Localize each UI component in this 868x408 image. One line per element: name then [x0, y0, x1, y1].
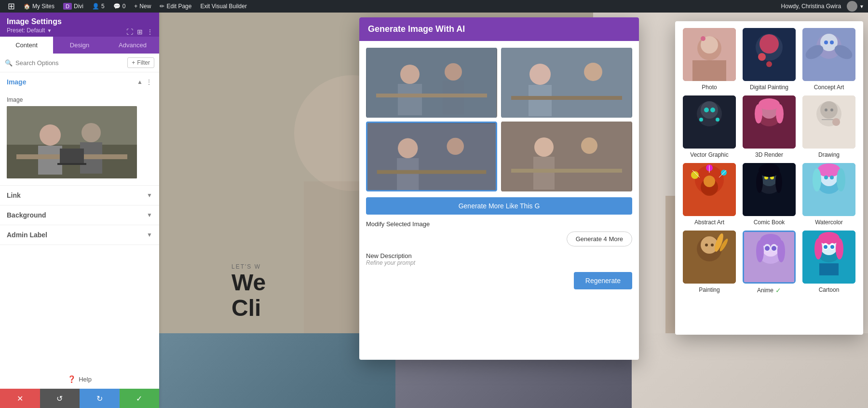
- style-cartoon-inner: [802, 231, 855, 284]
- counter-menu[interactable]: 👤 5: [88, 0, 108, 13]
- divi-menu[interactable]: D Divi: [59, 0, 87, 13]
- undo-button[interactable]: ↺: [40, 389, 80, 408]
- image-section-content: Image: [0, 92, 159, 185]
- section-image-icons: ▲ ⋮: [137, 78, 152, 86]
- grid-image-2-inner: [501, 48, 632, 118]
- svg-point-52: [766, 61, 772, 67]
- wp-logo[interactable]: ⊞: [4, 0, 19, 13]
- svg-rect-42: [511, 169, 622, 173]
- search-icon: 🔍: [5, 59, 13, 67]
- svg-rect-3: [38, 146, 62, 175]
- style-digital-painting-label: Digital Painting: [750, 84, 788, 91]
- svg-point-22: [445, 63, 462, 81]
- section-background-collapse-icon[interactable]: ▼: [147, 212, 152, 218]
- svg-point-38: [534, 137, 554, 157]
- left-sidebar: Image Settings Preset: Default ▼ ⛶ ⊞ ⋮ C…: [0, 13, 159, 408]
- svg-point-128: [836, 238, 843, 259]
- grid-image-3[interactable]: [366, 122, 497, 191]
- image-label: Image: [7, 96, 152, 103]
- style-item-anime[interactable]: Anime ✓: [742, 231, 797, 294]
- style-item-digital-painting[interactable]: Digital Painting: [742, 28, 797, 91]
- svg-point-71: [755, 104, 762, 123]
- svg-point-65: [699, 118, 703, 122]
- tab-content[interactable]: Content: [0, 37, 53, 54]
- style-item-3d-render[interactable]: 3D Render: [742, 95, 797, 158]
- section-background-header[interactable]: Background ▼: [0, 205, 159, 225]
- generate-more-button[interactable]: Generate More Like This G: [366, 197, 632, 215]
- tab-design[interactable]: Design: [53, 37, 106, 54]
- section-admin-label-header[interactable]: Admin Label ▼: [0, 225, 159, 245]
- style-item-concept-art[interactable]: Concept Art: [801, 28, 856, 91]
- sidebar-search: 🔍 + Filter: [0, 54, 159, 72]
- svg-point-97: [775, 172, 782, 193]
- fullscreen-icon[interactable]: ⛶: [126, 28, 133, 36]
- section-link-collapse-icon[interactable]: ▼: [147, 192, 152, 199]
- svg-point-62: [701, 101, 718, 119]
- regenerate-button[interactable]: Regenerate: [574, 272, 632, 289]
- style-image-watercolor: [802, 163, 855, 216]
- style-abstract-inner: [683, 163, 736, 216]
- svg-point-72: [776, 104, 784, 123]
- grid-image-1[interactable]: [366, 48, 497, 118]
- style-watercolor-inner: [802, 163, 855, 216]
- svg-rect-36: [377, 170, 487, 174]
- image-preview[interactable]: [7, 106, 137, 178]
- svg-point-70: [759, 98, 780, 110]
- preview-image: [7, 106, 137, 178]
- style-photo-label: Photo: [702, 84, 717, 91]
- style-concept-inner: [802, 28, 855, 81]
- split-view-icon[interactable]: ⊞: [137, 28, 143, 36]
- svg-point-75: [820, 101, 838, 119]
- svg-point-77: [825, 109, 827, 111]
- new-description-label: New Description: [366, 252, 632, 259]
- svg-point-86: [704, 176, 715, 187]
- svg-point-66: [716, 118, 719, 122]
- filter-button[interactable]: + Filter: [127, 57, 154, 68]
- cancel-button[interactable]: ✕: [0, 389, 40, 408]
- style-abstract-art-label: Abstract Art: [694, 219, 724, 226]
- svg-rect-24: [376, 94, 487, 97]
- style-item-watercolor[interactable]: Watercolor: [801, 163, 856, 226]
- grid-image-2[interactable]: [501, 48, 632, 118]
- style-item-painting[interactable]: Painting: [682, 231, 737, 294]
- svg-rect-45: [692, 60, 726, 81]
- style-image-anime: [743, 231, 796, 284]
- sidebar-tabs: Content Design Advanced: [0, 37, 159, 54]
- svg-point-118: [777, 240, 785, 262]
- section-image-collapse-icon[interactable]: ▲: [137, 79, 143, 85]
- grid-image-4-inner: [501, 122, 632, 191]
- save-button[interactable]: ✓: [120, 389, 160, 408]
- style-item-abstract-art[interactable]: Abstract Art: [682, 163, 737, 226]
- avatar-dropdown[interactable]: ▼: [859, 4, 864, 9]
- preview-svg: [7, 106, 137, 178]
- more-options-icon[interactable]: ⋮: [147, 28, 153, 36]
- help-link[interactable]: ❓ Help: [0, 369, 159, 389]
- edit-page-menu[interactable]: ✏ Edit Page: [156, 0, 195, 13]
- tab-advanced[interactable]: Advanced: [106, 37, 159, 54]
- new-menu[interactable]: + New: [130, 0, 155, 13]
- search-input[interactable]: [15, 59, 124, 67]
- style-item-cartoon[interactable]: Cartoon: [801, 231, 856, 294]
- section-admin-label: Admin Label ▼: [0, 225, 159, 245]
- section-link-header[interactable]: Link ▼: [0, 186, 159, 205]
- section-admin-label-collapse-icon[interactable]: ▼: [147, 231, 152, 238]
- svg-rect-7: [60, 149, 84, 164]
- exit-builder-menu[interactable]: Exit Visual Builder: [196, 0, 251, 13]
- style-item-comic-book[interactable]: Comic Book: [742, 163, 797, 226]
- style-item-vector-graphic[interactable]: Vector Graphic: [682, 95, 737, 158]
- style-item-photo[interactable]: Photo: [682, 28, 737, 91]
- svg-point-103: [837, 168, 845, 191]
- comments-menu[interactable]: 💬 0: [109, 0, 130, 13]
- section-image-header[interactable]: Image ▲ ⋮: [0, 72, 159, 92]
- style-comic-inner: [743, 163, 796, 216]
- refine-prompt-text: Refine your prompt: [366, 259, 632, 266]
- grid-image-4[interactable]: [501, 122, 632, 191]
- generate-count-button[interactable]: Generate 4 More: [567, 231, 632, 246]
- section-image-more-icon[interactable]: ⋮: [146, 78, 152, 86]
- redo-button[interactable]: ↻: [80, 389, 120, 408]
- my-sites-menu[interactable]: 🏠 My Sites: [20, 0, 58, 13]
- style-item-drawing[interactable]: Drawing: [801, 95, 856, 158]
- svg-point-28: [584, 63, 602, 81]
- style-anime-label: Anime ✓: [757, 286, 781, 294]
- svg-point-4: [81, 123, 101, 142]
